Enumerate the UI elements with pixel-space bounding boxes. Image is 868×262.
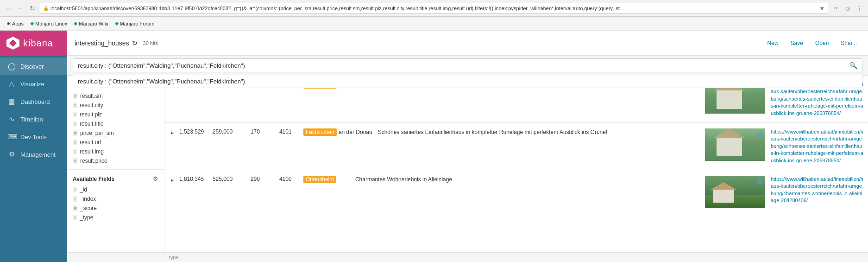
back-button[interactable]: ← — [4, 4, 13, 13]
user-button[interactable]: ☺ — [843, 4, 852, 13]
result-plz-2: 4101 — [279, 128, 298, 135]
fields-gear-button[interactable]: ⚙ — [153, 175, 158, 182]
field-item-result-plz[interactable]: t result.plz — [67, 110, 164, 119]
sidebar-nav: ◯ Discover △ Visualize ▦ Dashboard ∿ Tim… — [0, 56, 67, 262]
result-city-wrap-2: Feldkirchen an der Donau — [303, 128, 372, 136]
result-plz-3: 4100 — [279, 176, 298, 182]
result-plzval-3: 290 — [251, 176, 274, 182]
bookmark-apps[interactable]: ⊞ Apps — [4, 19, 26, 27]
bottom-field-bar: type — [67, 252, 868, 262]
result-img-house-2 — [705, 128, 765, 161]
fields-panel: Selected Fields # result.sm t result.cit… — [67, 76, 164, 262]
field-item-price-per-sm[interactable]: # price_per_sm — [67, 128, 164, 138]
field-name-index: _index — [80, 196, 96, 202]
sidebar-item-discover-label: Discover — [20, 63, 44, 70]
save-button[interactable]: Save — [787, 38, 807, 48]
expand-row-2-button[interactable]: ► — [169, 129, 176, 136]
visualize-icon: △ — [7, 80, 16, 88]
result-city-badge-ottensheim: Ottensheim — [303, 176, 336, 183]
house-roof-2 — [713, 128, 745, 138]
field-item-id[interactable]: t _id — [67, 185, 164, 194]
field-item-result-price[interactable]: # result.price — [67, 156, 164, 166]
address-bar[interactable]: 🔒 localhost:5601/app/kibana#/discover/69… — [40, 3, 828, 14]
share-button[interactable]: Shar... — [837, 38, 861, 48]
bookmark-star-icon[interactable]: ★ — [819, 5, 825, 12]
field-type-t-icon-img: t — [73, 149, 77, 154]
result-img-2 — [705, 128, 765, 161]
map-pin-3 — [756, 178, 763, 185]
sidebar-item-management[interactable]: ⚙ Management — [0, 146, 67, 163]
sidebar: kibana ◯ Discover △ Visualize ▦ Dashboar… — [0, 31, 67, 262]
field-type-t-icon-url: t — [73, 140, 77, 145]
timelion-icon: ∿ — [7, 115, 16, 123]
content-area: Selected Fields # result.sm t result.cit… — [67, 76, 868, 262]
search-submit-button[interactable]: 🔍 — [845, 59, 862, 72]
field-name-id: _id — [80, 186, 87, 193]
field-type-t-icon-index: t — [73, 196, 77, 202]
bookmark-manjaro-wiki[interactable]: ◆ Manjaro Wiki — [71, 19, 111, 27]
field-name-result-plz: result.plz — [80, 111, 102, 118]
reload-button[interactable]: ↻ — [28, 4, 37, 13]
bookmark-manjaro-forum[interactable]: ◆ Manjaro Forum — [112, 19, 157, 27]
forward-button[interactable]: → — [16, 4, 25, 13]
field-item-result-url[interactable]: t result.url — [67, 138, 164, 147]
sidebar-item-visualize[interactable]: △ Visualize — [0, 75, 67, 93]
field-name-result-price: result.price — [80, 158, 107, 164]
lock-icon: 🔒 — [43, 6, 49, 11]
sidebar-item-dashboard[interactable]: ▦ Dashboard — [0, 93, 67, 110]
extensions-button[interactable]: ⚬ — [831, 4, 840, 13]
result-sm-2: 1,523.529 — [179, 128, 207, 135]
fields-divider — [67, 169, 164, 170]
new-button[interactable]: New — [764, 38, 782, 48]
result-url-3: https://www.willhaben.at/iad/immobilien/… — [771, 176, 863, 204]
menu-button[interactable]: ⋮ — [855, 4, 864, 13]
sidebar-item-discover[interactable]: ◯ Discover — [0, 58, 67, 75]
bookmarks-bar: ⊞ Apps ◆ Manjaro Linux ◆ Manjaro Wiki ◆ … — [0, 17, 868, 31]
result-values-2: 1,523.529 259,000 170 4101 Feldkirchen a… — [179, 128, 863, 164]
kibana-logo-icon — [6, 37, 19, 50]
field-name-score: _score — [80, 205, 97, 211]
field-type-t-icon-plz: t — [73, 112, 77, 117]
search-input[interactable] — [73, 59, 845, 72]
field-name-result-title: result.title — [80, 121, 103, 127]
top-bar: interesting_houses ↻ 30 hits New Save Op… — [67, 31, 868, 56]
result-link-anchor-3[interactable]: https://www.willhaben.at/iad/immobilien/… — [771, 176, 863, 203]
field-item-score[interactable]: # _score — [67, 204, 164, 213]
search-input-wrap: 🔍 — [73, 58, 862, 72]
field-item-result-title[interactable]: t result.title — [67, 119, 164, 128]
field-item-result-img[interactable]: t result.img — [67, 147, 164, 156]
result-price-2: 259,000 — [213, 128, 245, 135]
result-url-2: https://www.willhaben.at/iad/immobilien/… — [771, 128, 863, 164]
sidebar-item-timelion-label: Timelion — [20, 116, 43, 123]
sidebar-item-devtools[interactable]: ⌨ Dev Tools — [0, 128, 67, 146]
field-item-result-sm[interactable]: # result.sm — [67, 91, 164, 101]
result-link-anchor-2[interactable]: https://www.willhaben.at/iad/immobilien/… — [771, 129, 863, 163]
field-type-t-icon-id: t — [73, 187, 77, 192]
house-body-3 — [713, 189, 734, 203]
search-suggestion[interactable]: result.city : ("Ottensheim","Walding","P… — [73, 75, 862, 88]
field-type-hash-icon-2: # — [73, 130, 78, 136]
field-type-t-icon-title: t — [73, 121, 77, 127]
field-name-result-url: result.url — [80, 139, 101, 146]
bookmark-manjaro-linux-label: Manjaro Linux — [35, 21, 67, 26]
search-area: 🔍 result.city : ("Ottensheim","Walding",… — [67, 56, 868, 76]
house-body-2 — [717, 137, 742, 156]
result-price-3: 525,000 — [213, 176, 245, 182]
discover-icon: ◯ — [7, 62, 16, 70]
field-item-type[interactable]: t _type — [67, 213, 164, 222]
result-img-green-3 — [705, 176, 765, 208]
manjaro-linux-icon: ◆ — [30, 20, 34, 26]
result-img-3 — [705, 176, 765, 208]
sidebar-logo: kibana — [0, 31, 67, 56]
field-item-index[interactable]: t _index — [67, 194, 164, 204]
sidebar-item-timelion[interactable]: ∿ Timelion — [0, 110, 67, 128]
field-type-hash-icon: # — [73, 93, 78, 99]
result-plzval-2: 170 — [251, 128, 274, 135]
expand-row-3-button[interactable]: ► — [169, 177, 176, 184]
field-item-result-city[interactable]: t result.city — [67, 101, 164, 110]
table-row: ► 1,810.345 525,000 290 4100 Ottensheim … — [164, 170, 868, 214]
browser-chrome: ← → ↻ 🔒 localhost:5601/app/kibana#/disco… — [0, 0, 868, 17]
bookmark-manjaro-linux[interactable]: ◆ Manjaro Linux — [27, 19, 70, 27]
open-button[interactable]: Open — [811, 38, 832, 48]
field-name-result-city: result.city — [80, 102, 103, 109]
